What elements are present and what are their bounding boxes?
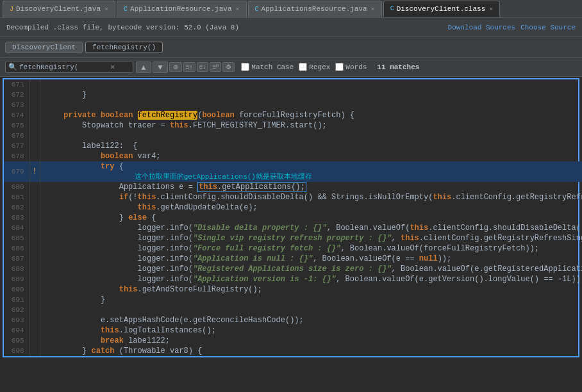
filter-btn-2[interactable]: ≡↓ bbox=[197, 62, 209, 72]
line-number: 689 bbox=[4, 274, 29, 284]
code-line: e.setAppsHashCode(e.getReconcileHashCode… bbox=[40, 315, 582, 325]
gutter bbox=[29, 141, 40, 151]
code-line: } else { bbox=[40, 213, 582, 223]
choose-source-link[interactable]: Choose Source bbox=[520, 24, 576, 31]
search-input-wrap: 🔍 ✕ bbox=[5, 61, 133, 73]
table-row: 696 } catch (Throwable var8) { bbox=[4, 346, 582, 356]
decompile-info: Decompiled .class file, bytecode version… bbox=[6, 24, 239, 31]
tab-apps-resource[interactable]: C ApplicationsResource.java ✕ bbox=[248, 1, 382, 17]
match-case-checkbox[interactable] bbox=[241, 63, 249, 71]
code-line bbox=[40, 305, 582, 315]
words-option[interactable]: Words bbox=[335, 63, 367, 71]
code-scroll[interactable]: 671 672 } 673 67 bbox=[0, 77, 582, 392]
regex-option[interactable]: Regex bbox=[299, 63, 330, 71]
code-line: this.getAndStoreFullRegistry(); bbox=[40, 284, 582, 295]
table-row: 676 bbox=[4, 131, 582, 141]
find-usages-button[interactable]: ⊕ bbox=[169, 62, 182, 72]
code-line bbox=[40, 79, 582, 90]
table-row: 689 logger.info("Application version is … bbox=[4, 274, 582, 284]
close-tab-1[interactable]: ✕ bbox=[236, 5, 240, 13]
tab-discovery-class[interactable]: C DiscoveryClient.class ✕ bbox=[383, 1, 501, 17]
regex-checkbox[interactable] bbox=[299, 63, 307, 71]
class-icon-2: C bbox=[255, 6, 259, 13]
table-row: 679 ! try { 这个拉取里面的getApplications()就是获取… bbox=[4, 161, 582, 182]
code-line: logger.info("Disable delta property : {}… bbox=[40, 223, 582, 233]
line-number: 679 bbox=[4, 161, 29, 182]
gutter bbox=[29, 336, 40, 346]
line-number: 691 bbox=[4, 295, 29, 305]
table-row: 672 } bbox=[4, 90, 582, 100]
clear-search-button[interactable]: ✕ bbox=[110, 62, 115, 72]
table-row: 680 Applications e = this.getApplication… bbox=[4, 182, 582, 192]
line-number: 692 bbox=[4, 305, 29, 315]
filter-btn-1[interactable]: ≡↑ bbox=[183, 62, 195, 72]
words-checkbox[interactable] bbox=[335, 63, 344, 71]
gutter bbox=[29, 110, 40, 120]
next-match-button[interactable]: ▼ bbox=[153, 61, 168, 73]
tab-app-resource[interactable]: C ApplicationResource.java ✕ bbox=[117, 1, 246, 17]
table-row: 685 logger.info("Single vip registry ref… bbox=[4, 233, 582, 243]
code-line: label122: { bbox=[40, 141, 582, 151]
gutter bbox=[29, 315, 40, 325]
line-number: 673 bbox=[4, 100, 29, 110]
method-tab-fetch[interactable]: fetchRegistry() bbox=[85, 42, 163, 53]
line-number: 694 bbox=[4, 325, 29, 336]
match-case-option[interactable]: Match Case bbox=[241, 63, 294, 71]
code-line: this.getAndUpdateDelta(e); bbox=[40, 202, 582, 213]
settings-btn[interactable]: ⚙ bbox=[222, 62, 235, 72]
gutter bbox=[29, 202, 40, 213]
code-line: break label122; bbox=[40, 336, 582, 346]
line-number: 675 bbox=[4, 120, 29, 131]
code-line bbox=[40, 131, 582, 141]
table-row: 692 bbox=[4, 305, 582, 315]
code-area: 671 672 } 673 67 bbox=[0, 77, 582, 392]
gutter bbox=[29, 213, 40, 223]
table-row: 690 this.getAndStoreFullRegistry(); bbox=[4, 284, 582, 295]
line-number: 682 bbox=[4, 202, 29, 213]
tab-discovery-java[interactable]: J DiscoveryClient.java ✕ bbox=[3, 1, 115, 17]
table-row: 671 bbox=[4, 79, 582, 90]
filter-btn-3[interactable]: ≡⁰ bbox=[210, 62, 221, 72]
line-number: 672 bbox=[4, 90, 29, 100]
info-bar: Decompiled .class file, bytecode version… bbox=[0, 18, 582, 37]
line-number: 683 bbox=[4, 213, 29, 223]
table-row: 674 private boolean fetchRegistry(boolea… bbox=[4, 110, 582, 120]
code-line bbox=[40, 100, 582, 110]
search-input[interactable] bbox=[19, 63, 109, 71]
search-icon: 🔍 bbox=[8, 63, 17, 71]
line-number: 690 bbox=[4, 284, 29, 295]
table-row: 683 } else { bbox=[4, 213, 582, 223]
gutter bbox=[29, 274, 40, 284]
code-line: boolean var4; bbox=[40, 151, 582, 161]
line-number: 687 bbox=[4, 254, 29, 264]
java-icon: J bbox=[10, 6, 13, 13]
close-tab-0[interactable]: ✕ bbox=[104, 5, 108, 13]
table-row: 691 } bbox=[4, 295, 582, 305]
close-tab-3[interactable]: ✕ bbox=[489, 5, 493, 13]
table-row: 682 this.getAndUpdateDelta(e); bbox=[4, 202, 582, 213]
table-row: 673 bbox=[4, 100, 582, 110]
gutter bbox=[29, 243, 40, 254]
code-table: 671 672 } 673 67 bbox=[4, 79, 582, 356]
line-number: 677 bbox=[4, 141, 29, 151]
gutter bbox=[29, 100, 40, 110]
gutter: ! bbox=[29, 161, 40, 182]
match-count: 11 matches bbox=[377, 63, 419, 71]
method-bar: DiscoveryClient fetchRegistry() bbox=[0, 37, 582, 58]
gutter bbox=[29, 90, 40, 100]
code-line: } bbox=[40, 295, 582, 305]
download-sources-link[interactable]: Download Sources bbox=[448, 24, 516, 31]
prev-match-button[interactable]: ▲ bbox=[136, 61, 151, 73]
search-options: Match Case Regex Words 11 matches bbox=[241, 63, 419, 71]
table-row: 688 logger.info("Registered Applications… bbox=[4, 264, 582, 274]
close-tab-2[interactable]: ✕ bbox=[371, 5, 375, 13]
gutter bbox=[29, 254, 40, 264]
table-row: 684 logger.info("Disable delta property … bbox=[4, 223, 582, 233]
line-number: 684 bbox=[4, 223, 29, 233]
code-line: Stopwatch tracer = this.FETCH_REGISTRY_T… bbox=[40, 120, 582, 131]
gutter bbox=[29, 295, 40, 305]
method-tab-class[interactable]: DiscoveryClient bbox=[5, 42, 83, 53]
table-row: 677 label122: { bbox=[4, 141, 582, 151]
table-row: 695 break label122; bbox=[4, 336, 582, 346]
table-row: 693 e.setAppsHashCode(e.getReconcileHash… bbox=[4, 315, 582, 325]
